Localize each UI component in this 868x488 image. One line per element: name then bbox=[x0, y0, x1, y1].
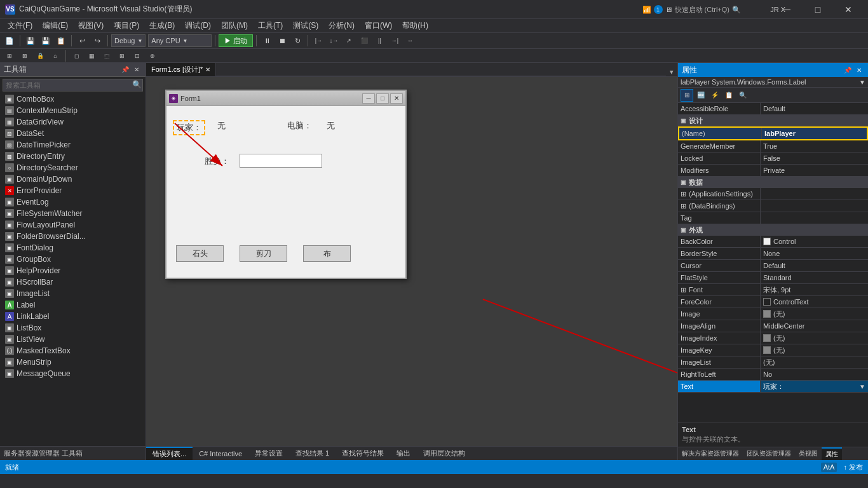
prop-font-val[interactable]: 宋体, 9pt bbox=[761, 284, 868, 295]
bottom-tab-output[interactable]: 输出 bbox=[390, 447, 417, 461]
menu-file[interactable]: 文件(F) bbox=[3, 19, 37, 33]
platform-dropdown[interactable]: Any CPU ▼ bbox=[148, 34, 212, 47]
toolbox-item-flowlayoutpanel[interactable]: ▣ FlowLayoutPanel bbox=[0, 219, 146, 231]
toolbox-item-directoryentry[interactable]: ▩ DirectoryEntry bbox=[0, 151, 146, 162]
toolbox-item-listbox[interactable]: ▣ ListBox bbox=[0, 322, 146, 334]
cloth-button[interactable]: 布 bbox=[303, 245, 351, 262]
toolbar-extra6[interactable]: →| bbox=[388, 34, 402, 48]
toolbox-item-groupbox[interactable]: ▣ GroupBox bbox=[0, 254, 146, 265]
toolbar2-btn6[interactable]: ▦ bbox=[85, 49, 98, 63]
bottom-tab-findresults1[interactable]: 查找结果 1 bbox=[289, 447, 336, 461]
prop-righttoleft-val[interactable]: No bbox=[761, 369, 868, 380]
toolbox-item-menustrip[interactable]: ▣ MenuStrip bbox=[0, 356, 146, 368]
toolbar2-btn1[interactable]: ⊞ bbox=[3, 49, 17, 63]
toolbar-btn3[interactable]: 📋 bbox=[54, 34, 68, 48]
toolbox-item-filesystemwatcher[interactable]: ▣ FileSystemWatcher bbox=[0, 208, 146, 219]
props-tab-properties[interactable]: 属性 bbox=[822, 447, 842, 460]
toolbar2-btn8[interactable]: ⊞ bbox=[115, 49, 129, 63]
toolbar2-btn4[interactable]: ⌂ bbox=[48, 49, 62, 63]
toolbar-undo[interactable]: ↩ bbox=[75, 34, 89, 48]
toolbox-footer[interactable]: 服务器资源管理器 工具箱 bbox=[0, 446, 146, 460]
prop-locked-val[interactable]: False bbox=[761, 152, 868, 164]
toolbar-extra2[interactable]: ↓→ bbox=[327, 34, 341, 48]
props-alpha-btn[interactable]: 🔤 bbox=[695, 89, 707, 102]
toolbox-item-eventlog[interactable]: ▣ EventLog bbox=[0, 196, 146, 208]
prop-imagealign-val[interactable]: MiddleCenter bbox=[761, 320, 868, 332]
prop-imageindex-val[interactable]: (无) bbox=[761, 332, 868, 344]
toolbox-item-messagequeue[interactable]: ▣ MessageQueue bbox=[0, 368, 146, 379]
toolbox-item-domainupdown[interactable]: ▣ DomainUpDown bbox=[0, 173, 146, 185]
bottom-tab-interactive[interactable]: C# Interactive bbox=[193, 447, 248, 461]
menu-analyze[interactable]: 分析(N) bbox=[323, 19, 360, 33]
toolbar2-btn5[interactable]: ◻ bbox=[69, 49, 83, 63]
maximize-button[interactable]: □ bbox=[803, 0, 832, 19]
menu-window[interactable]: 窗口(W) bbox=[360, 19, 397, 33]
designer-canvas[interactable]: ◈ Form1 ─ □ ✕ 玩家： 无 bbox=[146, 77, 677, 446]
winloss-input[interactable] bbox=[240, 154, 322, 168]
toolbox-item-imagelist[interactable]: ▣ ImageList bbox=[0, 288, 146, 299]
props-events-btn[interactable]: ⚡ bbox=[709, 89, 721, 102]
prop-imagekey-val[interactable]: (无) bbox=[761, 344, 868, 356]
props-tab-solution[interactable]: 解决方案资源管理器 bbox=[678, 447, 743, 460]
props-search-btn[interactable]: 🔍 bbox=[736, 89, 749, 102]
publish-btn[interactable]: ↑ 发布 bbox=[843, 463, 863, 472]
props-pin-btn[interactable]: 📌 bbox=[843, 65, 853, 75]
toolbar-redo[interactable]: ↪ bbox=[90, 34, 104, 48]
prop-imagelist-val[interactable]: (无) bbox=[761, 356, 868, 368]
props-close-btn[interactable]: ✕ bbox=[854, 65, 864, 75]
prop-cursor-val[interactable]: Default bbox=[761, 260, 868, 271]
toolbox-item-dataset[interactable]: ▧ DataSet bbox=[0, 128, 146, 139]
prop-text-val[interactable]: 玩家： ▼ bbox=[761, 381, 868, 392]
toolbar-extra3[interactable]: ↗ bbox=[342, 34, 356, 48]
bottom-tab-findsymbol[interactable]: 查找符号结果 bbox=[336, 447, 390, 461]
bottom-tab-exceptions[interactable]: 异常设置 bbox=[248, 447, 289, 461]
menu-tools[interactable]: 工具(T) bbox=[253, 19, 288, 33]
menu-debug[interactable]: 调试(D) bbox=[180, 19, 216, 33]
toolbar-extra1[interactable]: |→ bbox=[311, 34, 325, 48]
tab-form1-designer[interactable]: Form1.cs [设计]* ✕ bbox=[146, 63, 216, 76]
toolbox-item-datetimepicker[interactable]: ▨ DateTimePicker bbox=[0, 139, 146, 151]
toolbar2-btn9[interactable]: ⊡ bbox=[130, 49, 144, 63]
component-selector[interactable]: labPlayer System.Windows.Forms.Label ▼ bbox=[678, 77, 868, 88]
toolbar-extra5[interactable]: || bbox=[372, 34, 386, 48]
toolbox-item-fontdialog[interactable]: ▣ FontDialog bbox=[0, 242, 146, 254]
menu-test[interactable]: 测试(S) bbox=[288, 19, 323, 33]
props-proppage-btn[interactable]: 📋 bbox=[722, 89, 735, 102]
prop-tag-val[interactable] bbox=[761, 212, 868, 224]
toolbox-item-linklabel[interactable]: A LinkLabel bbox=[0, 311, 146, 322]
text-dropdown-arrow[interactable]: ▼ bbox=[859, 383, 865, 390]
toolbar-new[interactable]: 📄 bbox=[3, 34, 17, 48]
menu-build[interactable]: 生成(B) bbox=[144, 19, 180, 33]
toolbar-extra4[interactable]: ⬛ bbox=[357, 34, 371, 48]
toolbox-search-input[interactable] bbox=[3, 79, 143, 92]
toolbox-item-directorysearcher[interactable]: ○ DirectorySearcher bbox=[0, 162, 146, 173]
toolbar-save-all[interactable]: 💾 bbox=[24, 34, 37, 48]
prop-borderstyle-val[interactable]: None bbox=[761, 248, 868, 259]
prop-accessiblerole-val[interactable]: Default bbox=[761, 103, 868, 114]
prop-forecolor-val[interactable]: ControlText bbox=[761, 296, 868, 308]
toolbox-item-contextmenustrip[interactable]: ▤ ContextMenuStrip bbox=[0, 105, 146, 116]
props-tab-classview[interactable]: 类视图 bbox=[795, 447, 822, 460]
toolbox-item-helpprovider[interactable]: ▣ HelpProvider bbox=[0, 265, 146, 276]
close-button[interactable]: ✕ bbox=[834, 0, 863, 19]
label-player[interactable]: 玩家： bbox=[173, 120, 205, 135]
toolbar-extra7[interactable]: ↔ bbox=[403, 34, 417, 48]
prop-modifiers-val[interactable]: Private bbox=[761, 165, 868, 176]
props-tab-team[interactable]: 团队资源管理器 bbox=[743, 447, 795, 460]
toolbar2-btn3[interactable]: 🔒 bbox=[33, 49, 47, 63]
bottom-tab-errorlist[interactable]: 错误列表... bbox=[146, 447, 193, 461]
tab-overflow-btn[interactable]: ▾ bbox=[666, 68, 677, 76]
toolbar-save[interactable]: 💾 bbox=[39, 34, 53, 48]
form-minimize-btn[interactable]: ─ bbox=[362, 93, 375, 104]
toolbar2-btn2[interactable]: ⊠ bbox=[18, 49, 32, 63]
toolbox-pin-btn[interactable]: 📌 bbox=[120, 65, 130, 75]
props-categorized-btn[interactable]: ⊞ bbox=[681, 89, 693, 102]
form-maximize-btn[interactable]: □ bbox=[376, 93, 389, 104]
config-dropdown[interactable]: Debug ▼ bbox=[111, 34, 146, 47]
prop-appsettings-val[interactable] bbox=[761, 188, 868, 200]
toolbar-btn5[interactable]: ⏹ bbox=[275, 34, 289, 48]
prop-databindings-val[interactable] bbox=[761, 200, 868, 212]
prop-generatemember-val[interactable]: True bbox=[761, 140, 868, 152]
menu-help[interactable]: 帮助(H) bbox=[397, 19, 433, 33]
menu-project[interactable]: 项目(P) bbox=[109, 19, 144, 33]
